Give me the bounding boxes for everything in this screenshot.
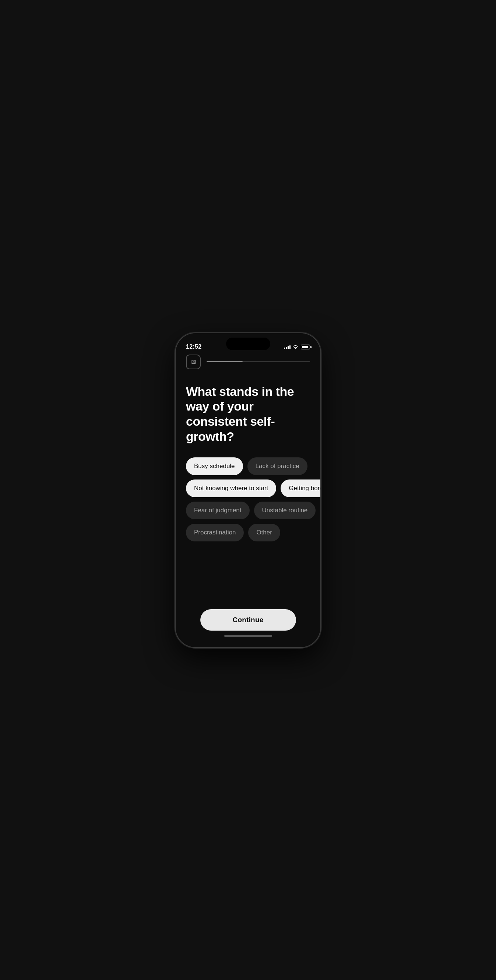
option-getting-bored[interactable]: Getting bored: [280, 479, 320, 497]
home-indicator: [224, 635, 272, 637]
dynamic-island: [226, 337, 270, 350]
main-content: ⊠ What stands in the way of your consist…: [176, 353, 320, 602]
phone-frame: 12:52: [176, 333, 320, 647]
option-busy-schedule[interactable]: Busy schedule: [186, 457, 243, 475]
close-icon: ⊠: [191, 358, 196, 365]
status-time: 12:52: [186, 344, 201, 350]
options-row-0: Busy schedule Lack of practice: [186, 457, 310, 475]
options-row-3: Procrastination Other: [186, 524, 310, 541]
option-fear-of-judgment[interactable]: Fear of judgment: [186, 502, 250, 519]
continue-button[interactable]: Continue: [200, 609, 296, 631]
options-container: Busy schedule Lack of practice Not knowi…: [186, 457, 310, 541]
options-row-2: Fear of judgment Unstable routine: [186, 502, 310, 519]
phone-screen: 12:52: [176, 333, 320, 647]
question-text: What stands in the way of your consisten…: [186, 384, 310, 444]
top-bar: ⊠: [186, 353, 310, 369]
option-not-knowing[interactable]: Not knowing where to start: [186, 479, 276, 497]
option-procrastination[interactable]: Procrastination: [186, 524, 244, 541]
option-unstable-routine[interactable]: Unstable routine: [254, 502, 316, 519]
progress-bar: [207, 361, 310, 362]
option-other[interactable]: Other: [248, 524, 280, 541]
signal-icon: [284, 345, 290, 349]
options-row-1: Not knowing where to start Getting bored: [186, 479, 310, 497]
status-icons: [284, 344, 310, 350]
wifi-icon: [293, 344, 299, 350]
battery-icon: [301, 345, 310, 349]
close-button[interactable]: ⊠: [186, 355, 201, 369]
progress-fill: [207, 361, 242, 362]
option-lack-of-practice[interactable]: Lack of practice: [247, 457, 307, 475]
bottom-area: Continue: [176, 602, 320, 647]
